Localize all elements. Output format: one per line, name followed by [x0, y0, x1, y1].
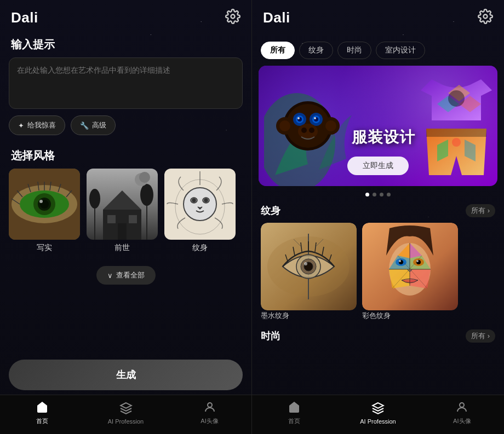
fashion-section-header: 时尚 所有 ›	[252, 327, 504, 343]
left-ai-avatar-icon	[202, 400, 217, 415]
left-nav-ai-avatar[interactable]: AI头像	[168, 400, 251, 425]
tattoo-thumbnails: 墨水纹身	[252, 223, 504, 327]
svg-point-62	[452, 138, 461, 147]
filter-tab-fashion[interactable]: 时尚	[337, 42, 371, 59]
svg-point-41	[279, 120, 290, 131]
prompt-input-area[interactable]	[9, 57, 243, 109]
left-nav-ai-avatar-label: AI头像	[201, 417, 218, 425]
right-gear-button[interactable]	[478, 9, 493, 26]
tattoo-card-1[interactable]: 墨水纹身	[261, 223, 357, 321]
left-panel: Dali 输入提示 ✦ 给我惊喜 🔧	[0, 0, 252, 434]
style-item-realistic[interactable]: 写实	[9, 169, 80, 253]
left-ai-profession-icon	[118, 401, 134, 416]
svg-point-30	[184, 188, 216, 221]
svg-point-84	[399, 260, 401, 262]
filter-tab-tattoo[interactable]: 纹身	[299, 42, 333, 59]
surprise-button[interactable]: ✦ 给我惊喜	[9, 115, 65, 135]
filter-tab-interior[interactable]: 室内设计	[376, 42, 425, 59]
right-nav-ai-avatar[interactable]: AI头像	[420, 400, 504, 425]
svg-point-7	[39, 200, 43, 203]
svg-point-53	[301, 128, 307, 133]
magic-icon: ✦	[18, 121, 24, 130]
tattoo-card-2[interactable]: 彩色纹身	[362, 223, 458, 321]
right-ai-profession-icon	[370, 401, 386, 416]
left-nav-home-label: 首页	[36, 417, 48, 425]
right-panel: Dali 所有 纹身 时尚 室内设计	[252, 0, 504, 434]
right-scroll-area: 服装设计 立即生成 纹身 所有 ›	[252, 66, 504, 395]
wrench-icon: 🔧	[80, 121, 89, 130]
prompt-textarea[interactable]	[17, 66, 234, 99]
svg-point-51	[314, 117, 316, 119]
right-ai-avatar-icon	[454, 400, 469, 415]
style-thumb-eye	[9, 169, 80, 240]
svg-point-35	[208, 403, 212, 407]
fashion-section-link[interactable]: 所有 ›	[466, 329, 495, 343]
tattoo-label-1: 墨水纹身	[261, 308, 289, 321]
tattoo-label-2: 彩色纹身	[362, 308, 391, 321]
style-label-past: 前世	[114, 243, 130, 253]
advanced-button[interactable]: 🔧 高级	[71, 115, 116, 135]
dot-4	[387, 193, 391, 196]
svg-point-70	[304, 262, 307, 265]
right-nav-home[interactable]: 首页	[252, 400, 336, 425]
chevron-down-icon: ∨	[107, 271, 113, 280]
right-nav-ai-profession[interactable]: AI Profession	[336, 401, 420, 425]
hero-shorts	[421, 129, 492, 181]
svg-rect-59	[426, 129, 486, 137]
hero-banner[interactable]: 服装设计 立即生成	[259, 66, 497, 186]
svg-point-20	[140, 184, 153, 206]
svg-point-27	[139, 172, 150, 183]
tattoo-eye-img	[261, 223, 357, 310]
fashion-section-title: 时尚	[261, 329, 280, 343]
tattoo-face-img	[362, 223, 458, 310]
svg-point-33	[192, 199, 196, 202]
svg-point-54	[309, 128, 314, 133]
tattoo-section-title: 纹身	[261, 204, 280, 217]
left-nav-home[interactable]: 首页	[0, 400, 84, 425]
right-header: Dali	[252, 0, 504, 33]
svg-rect-25	[118, 223, 127, 240]
left-nav-ai-profession-label: AI Profession	[108, 418, 144, 425]
svg-rect-23	[107, 215, 116, 223]
hero-cta-button[interactable]: 立即生成	[347, 157, 409, 175]
right-app-title: Dali	[263, 9, 290, 26]
svg-point-58	[448, 90, 465, 107]
generate-button[interactable]: 生成	[9, 360, 243, 390]
right-bottom-nav: 首页 AI Profession	[252, 395, 504, 434]
left-gear-button[interactable]	[225, 9, 240, 26]
svg-point-36	[484, 15, 488, 19]
svg-rect-24	[129, 215, 137, 223]
right-nav-ai-profession-label: AI Profession	[360, 418, 396, 425]
tattoo-section-link[interactable]: 所有 ›	[466, 204, 495, 217]
filter-tabs: 所有 纹身 时尚 室内设计	[252, 33, 504, 66]
svg-point-92	[460, 403, 464, 407]
left-header: Dali	[0, 0, 251, 33]
svg-point-43	[325, 120, 336, 131]
svg-point-52	[298, 124, 318, 139]
right-home-icon	[287, 400, 302, 415]
tattoo-section-header: 纹身 所有 ›	[252, 202, 504, 223]
dot-3	[380, 193, 383, 196]
style-item-past[interactable]: 前世	[87, 169, 158, 253]
style-grid: 写实	[0, 169, 251, 258]
action-buttons-row: ✦ 给我惊喜 🔧 高级	[0, 115, 251, 144]
input-section-title: 输入提示	[0, 33, 251, 57]
hero-text: 服装设计	[352, 129, 415, 146]
style-label-realistic: 写实	[37, 243, 52, 253]
filter-tab-all[interactable]: 所有	[261, 42, 295, 59]
svg-point-0	[231, 15, 235, 19]
style-section-title: 选择风格	[0, 144, 251, 169]
svg-point-50	[297, 117, 300, 119]
left-nav-ai-profession[interactable]: AI Profession	[84, 401, 168, 425]
style-item-tattoo[interactable]: 纹身	[164, 169, 236, 253]
view-all-styles-button[interactable]: ∨ 查看全部	[96, 266, 156, 285]
style-thumb-house	[87, 169, 158, 240]
banner-dots	[252, 193, 504, 196]
dot-1	[365, 193, 369, 196]
style-label-tattoo: 纹身	[192, 243, 208, 253]
style-thumb-lion	[164, 169, 236, 240]
dot-2	[373, 193, 376, 196]
right-nav-ai-avatar-label: AI头像	[453, 417, 471, 425]
hero-clothing	[421, 71, 492, 181]
svg-point-34	[204, 199, 208, 202]
